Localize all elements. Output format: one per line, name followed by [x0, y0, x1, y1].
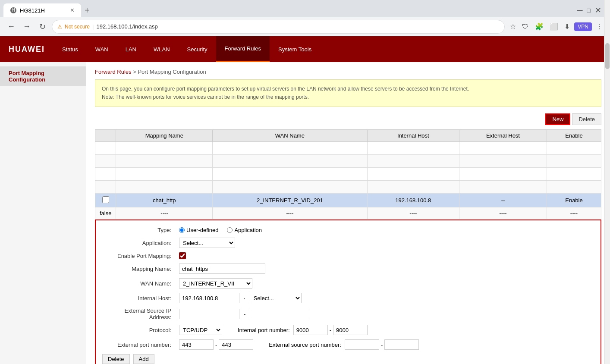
- external-port-to[interactable]: [219, 339, 253, 350]
- mapping-table: Mapping Name WAN Name Internal Host Exte…: [95, 129, 601, 220]
- brave-shield-button[interactable]: 🛡: [520, 21, 531, 32]
- internal-port-sep: -: [330, 327, 331, 333]
- nav-system-tools[interactable]: System Tools: [270, 36, 320, 62]
- form-row-wan-name: WAN Name: 2_INTERNET_R_VII: [102, 278, 594, 289]
- type-label: Type:: [102, 227, 176, 233]
- breadcrumb: Forward Rules > Port Mapping Configurati…: [95, 69, 601, 75]
- external-source-ip-from[interactable]: [179, 309, 239, 319]
- nav-wan[interactable]: WAN: [87, 36, 117, 62]
- mapping-name-input[interactable]: [179, 264, 265, 274]
- form-row-internal-host: Internal Host: · Select...: [102, 293, 594, 303]
- external-port-from[interactable]: [179, 339, 214, 350]
- external-source-port-to[interactable]: [384, 339, 419, 350]
- type-application[interactable]: Application: [227, 227, 262, 233]
- nav-forward-rules[interactable]: Forward Rules: [216, 36, 270, 62]
- internal-port-label: Internal port number:: [238, 327, 290, 333]
- cell-external-host: --: [459, 194, 547, 207]
- external-source-ip-label: External Source IP Address:: [102, 308, 176, 320]
- col-internal-host: Internal Host: [367, 130, 459, 142]
- form-delete-button[interactable]: Delete: [102, 354, 130, 364]
- table-row: [95, 142, 601, 155]
- enable-port-mapping-checkbox[interactable]: [179, 252, 186, 259]
- tab-close-icon[interactable]: ×: [70, 6, 74, 14]
- cell-enable: Enable: [547, 194, 601, 207]
- maximize-icon[interactable]: □: [587, 7, 591, 14]
- protocol-select[interactable]: TCP/UDP TCP UDP: [179, 325, 222, 335]
- active-tab: H HG8121H ×: [3, 3, 81, 17]
- external-port-label: External port number:: [102, 342, 176, 348]
- reload-button[interactable]: ↻: [36, 21, 48, 33]
- table-row: [95, 181, 601, 194]
- new-tab-button[interactable]: +: [81, 6, 93, 16]
- col-external-host: External Host: [459, 130, 547, 142]
- scrollbar-thumb[interactable]: [605, 43, 610, 69]
- internal-port-to[interactable]: [333, 325, 368, 335]
- internal-host-sep: ·: [243, 295, 246, 301]
- scrollbar[interactable]: [604, 0, 610, 364]
- nav-security[interactable]: Security: [179, 36, 216, 62]
- nav-bar: ← → ↻ ⚠ Not secure | 192.168.100.1/index…: [0, 17, 610, 36]
- col-mapping-name: Mapping Name: [116, 130, 213, 142]
- profiles-button[interactable]: ⬜: [548, 21, 560, 32]
- breadcrumb-separator: >: [133, 69, 138, 75]
- vpn-button[interactable]: VPN: [574, 22, 592, 31]
- new-button[interactable]: New: [545, 113, 570, 125]
- form-add-button[interactable]: Add: [133, 354, 154, 364]
- router-nav: Status WAN LAN WLAN Security Forward Rul…: [53, 36, 320, 62]
- application-select[interactable]: Select...: [179, 238, 235, 248]
- table-row-selected[interactable]: chat_http 2_INTERNET_R_VID_201 192.168.1…: [95, 194, 601, 207]
- external-source-port-label: External source port number:: [269, 342, 341, 348]
- enable-port-mapping-label: Enable Port Mapping:: [102, 253, 176, 259]
- wan-name-select[interactable]: 2_INTERNET_R_VII: [179, 278, 252, 289]
- external-source-ip-dash: -: [243, 311, 246, 317]
- nav-actions: ☆ 🛡 🧩 ⬜ ⬇ VPN ⋮: [508, 21, 605, 32]
- downloads-button[interactable]: ⬇: [563, 21, 572, 32]
- form-section: Type: User-defined Application: [95, 220, 601, 364]
- sidebar-layout: Port Mapping Configuration Forward Rules…: [0, 62, 610, 364]
- row-checkbox[interactable]: [102, 196, 109, 203]
- external-source-ip-to[interactable]: [250, 309, 310, 319]
- delete-button[interactable]: Delete: [572, 113, 601, 125]
- cell-dash4: ----: [459, 207, 547, 220]
- bookmark-button[interactable]: ☆: [508, 21, 518, 32]
- toolbar: New Delete: [95, 113, 601, 125]
- sidebar-item-port-mapping[interactable]: Port Mapping Configuration: [0, 66, 86, 86]
- cell-wan-name: 2_INTERNET_R_VID_201: [213, 194, 367, 207]
- minimize-icon[interactable]: ─: [577, 6, 583, 15]
- address-text: 192.168.100.1/index.asp: [96, 23, 499, 30]
- nav-wlan[interactable]: WLAN: [145, 36, 179, 62]
- main-content: Forward Rules > Port Mapping Configurati…: [86, 62, 610, 364]
- internal-port-range: -: [293, 325, 368, 335]
- internal-host-select[interactable]: Select...: [250, 293, 302, 303]
- cell-dash0: false: [95, 207, 116, 220]
- nav-lan[interactable]: LAN: [117, 36, 145, 62]
- close-window-icon[interactable]: ✕: [595, 6, 601, 15]
- extensions-button[interactable]: 🧩: [533, 21, 545, 32]
- wan-name-label: WAN Name:: [102, 280, 176, 287]
- forward-button[interactable]: →: [21, 21, 33, 33]
- form-action-row: Delete Add: [102, 354, 594, 364]
- internal-host-input[interactable]: [179, 293, 239, 303]
- tab-title: HG8121H: [20, 7, 45, 14]
- table-row: [95, 155, 601, 168]
- type-user-defined[interactable]: User-defined: [179, 227, 218, 233]
- router-header: HUAWEI Status WAN LAN WLAN Security Forw…: [0, 36, 610, 62]
- nav-status[interactable]: Status: [53, 36, 87, 62]
- address-bar[interactable]: ⚠ Not secure | 192.168.100.1/index.asp: [52, 20, 505, 34]
- external-source-port-from[interactable]: [345, 339, 379, 350]
- menu-button[interactable]: ⋮: [594, 21, 605, 32]
- external-port-range: -: [179, 339, 253, 350]
- breadcrumb-parent[interactable]: Forward Rules: [95, 69, 132, 75]
- router-page: HUAWEI Status WAN LAN WLAN Security Forw…: [0, 36, 610, 364]
- col-enable: Enable: [547, 130, 601, 142]
- radio-application[interactable]: [227, 227, 233, 233]
- protocol-label: Protocol:: [102, 327, 176, 333]
- cell-dash2: ----: [213, 207, 367, 220]
- info-box: On this page, you can configure port map…: [95, 79, 601, 107]
- internal-port-from[interactable]: [293, 325, 328, 335]
- security-warning-icon: ⚠: [57, 24, 62, 30]
- radio-user-defined[interactable]: [179, 227, 185, 233]
- form-row-application: Application: Select...: [102, 238, 594, 248]
- back-button[interactable]: ←: [5, 21, 17, 33]
- sidebar: Port Mapping Configuration: [0, 62, 86, 364]
